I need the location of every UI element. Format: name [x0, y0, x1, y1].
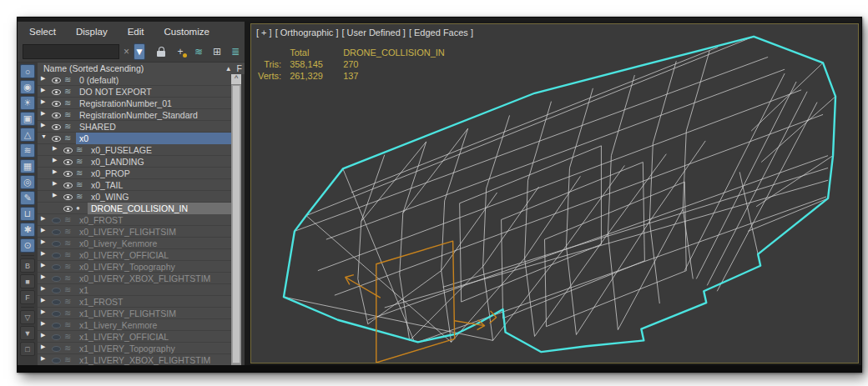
tree-row[interactable]: ▶≋x1_Livery_Kenmore — [38, 319, 231, 331]
visibility-eye-icon[interactable] — [63, 148, 73, 153]
filter-off-icon[interactable]: ▽ — [20, 310, 35, 324]
row-label[interactable]: x0_TAIL — [88, 179, 231, 191]
search-input[interactable] — [23, 44, 119, 59]
expand-arrow-icon[interactable]: ▶ — [41, 308, 45, 315]
visibility-eye-icon[interactable] — [52, 101, 61, 107]
tree-row[interactable]: ▶≋0 (default) — [38, 74, 231, 86]
visibility-eye-icon[interactable] — [52, 288, 61, 293]
row-label[interactable]: x0_Livery_Kenmore — [76, 238, 231, 249]
visibility-eye-icon[interactable] — [52, 346, 61, 352]
visibility-eye-icon[interactable] — [52, 218, 61, 223]
visibility-eye-icon[interactable] — [63, 194, 73, 200]
menu-display[interactable]: Display — [76, 27, 108, 37]
filter-icon[interactable]: ▼ — [20, 326, 35, 340]
expand-arrow-icon[interactable]: ▶ — [41, 98, 45, 105]
display-cameras-icon[interactable]: ▣ — [20, 112, 35, 126]
row-label[interactable]: x0 — [76, 133, 231, 144]
viewport-menu-shading[interactable]: [ Edged Faces ] — [409, 28, 473, 38]
display-visibility-icon[interactable]: ⊙ — [20, 238, 35, 253]
row-label[interactable]: x0_LIVERY_XBOX_FLIGHTSTIM — [76, 273, 231, 284]
row-label[interactable]: x1_LIVERY_FLIGHTSIM — [76, 308, 231, 319]
scrollbar-up-icon[interactable]: ^ — [231, 74, 241, 85]
visibility-eye-icon[interactable] — [52, 113, 61, 118]
row-label[interactable]: RegistrationNumber_Standard — [76, 109, 231, 121]
tree-row[interactable]: ▶≋x0_FROST — [38, 214, 231, 226]
tree-row[interactable]: ▶≋x0_WING — [38, 191, 231, 203]
visibility-eye-icon[interactable] — [52, 358, 61, 363]
row-label[interactable]: x0_FUSELAGE — [88, 144, 231, 156]
row-label[interactable]: x1 — [76, 284, 231, 296]
tree-row[interactable]: ▶≋x1_FROST — [38, 296, 231, 308]
visibility-eye-icon[interactable] — [52, 311, 61, 317]
tree-row[interactable]: ▶≋x1_LIVERY_FLIGHTSIM — [38, 308, 231, 319]
shade-color-icon[interactable]: ■ — [20, 274, 35, 288]
column-header[interactable]: Name (Sorted Ascending) ▲ F — [38, 63, 245, 75]
visibility-eye-icon[interactable] — [63, 171, 73, 177]
container-basket-icon[interactable]: □ — [20, 342, 35, 356]
expand-arrow-icon[interactable]: ▶ — [41, 250, 45, 257]
row-label[interactable]: x0_WING — [88, 191, 231, 203]
display-helpers-icon[interactable]: △ — [20, 128, 35, 142]
row-label[interactable]: x0_PROP — [88, 168, 231, 179]
visibility-eye-icon[interactable] — [52, 124, 61, 130]
row-label[interactable]: x1_LIVERY_XBOX_FLIGHTSTIM — [76, 354, 231, 365]
tree-row[interactable]: ▶≋x0_PROP — [38, 168, 231, 179]
expand-arrow-icon[interactable]: ▶ — [41, 320, 45, 327]
row-label[interactable]: DO NOT EXPORT — [76, 86, 231, 98]
row-label[interactable]: x0_LIVERY_FLIGHTSIM — [76, 226, 231, 238]
row-label[interactable]: x0_LANDING — [88, 156, 231, 168]
visibility-eye-icon[interactable] — [52, 229, 61, 235]
menu-edit[interactable]: Edit — [128, 27, 144, 37]
viewport-menu-view[interactable]: [ User Defined ] — [341, 28, 405, 38]
expand-arrow-icon[interactable]: ▶ — [41, 262, 45, 268]
expand-arrow-icon[interactable]: ▶ — [41, 343, 45, 350]
gizmo-plane[interactable] — [376, 241, 455, 363]
display-assemblies-icon[interactable]: ✎ — [20, 191, 35, 205]
visibility-eye-icon[interactable] — [52, 136, 61, 142]
row-label[interactable]: SHARED — [76, 121, 231, 133]
expand-arrow-icon[interactable]: ▶ — [53, 180, 57, 187]
clear-search-icon[interactable]: × — [124, 46, 129, 58]
list-scrollbar[interactable]: ^ — [231, 74, 241, 365]
expand-arrow-icon[interactable]: ▶ — [41, 75, 45, 82]
add-to-active-layer-icon[interactable]: ≋ — [190, 43, 207, 60]
tree-row[interactable]: ●DRONE_COLLISION_IN — [38, 203, 231, 214]
display-bones-icon[interactable]: ◎ — [20, 175, 35, 189]
tree-row[interactable]: ▶≋x0_FUSELAGE — [38, 144, 231, 156]
visibility-eye-icon[interactable] — [52, 323, 61, 328]
display-geometry-icon[interactable]: ○ — [20, 64, 35, 78]
tree-row[interactable]: ▶≋x0_LIVERY_XBOX_FLIGHTSTIM — [38, 273, 231, 284]
visibility-eye-icon[interactable] — [52, 299, 61, 305]
visibility-eye-icon[interactable] — [52, 241, 61, 247]
orthographic-viewport[interactable]: [ + ] [ Orthographic ] [ User Defined ] … — [250, 23, 859, 363]
tree-row[interactable]: ▶≋x0_TAIL — [38, 179, 231, 191]
row-label[interactable]: x1_FROST — [76, 296, 231, 308]
row-label[interactable]: RegistrationNumber_01 — [76, 98, 231, 109]
display-particles-icon[interactable]: ✱ — [20, 223, 35, 237]
bold-frozen-icon[interactable]: F — [20, 290, 35, 304]
visibility-eye-icon[interactable] — [52, 253, 61, 258]
tree-row[interactable]: ▼≋x0 — [38, 133, 231, 144]
expand-arrow-icon[interactable]: ▶ — [41, 332, 45, 338]
tree-row[interactable]: ▶≋x1_LIVERY_OFFICIAL — [38, 331, 231, 343]
expand-arrow-icon[interactable]: ▶ — [53, 192, 57, 198]
tree-row[interactable]: ▶≋x0_LIVERY_FLIGHTSIM — [38, 226, 231, 238]
visibility-eye-icon[interactable] — [63, 159, 73, 165]
tree-row[interactable]: ▶≋x0_LANDING — [38, 156, 231, 168]
nest-hierarchy-icon[interactable]: ⊞ — [209, 43, 225, 60]
tree-row[interactable]: ▶≋x0_Livery_Kenmore — [38, 238, 231, 249]
expand-arrow-icon[interactable]: ▶ — [53, 157, 57, 163]
visibility-eye-icon[interactable] — [52, 89, 61, 95]
row-label[interactable]: x1_LIVERY_OFFICIAL — [76, 331, 231, 343]
filter-selected-icon[interactable]: ▼ — [134, 43, 145, 60]
row-label[interactable]: x0_FROST — [76, 214, 231, 226]
menu-select[interactable]: Select — [29, 27, 56, 37]
expand-arrow-icon[interactable]: ▶ — [53, 168, 57, 175]
expand-arrow-icon[interactable]: ▶ — [41, 273, 45, 280]
row-label[interactable]: x0_LIVERY_Topography — [76, 261, 231, 273]
tree-row[interactable]: ▶≋x1_LIVERY_Topography — [38, 343, 231, 354]
expand-arrow-icon[interactable]: ▶ — [41, 355, 45, 362]
visibility-eye-icon[interactable] — [52, 334, 61, 340]
expand-arrow-icon[interactable]: ▶ — [41, 227, 45, 233]
tree-row[interactable]: ▶≋x0_LIVERY_Topography — [38, 261, 231, 273]
